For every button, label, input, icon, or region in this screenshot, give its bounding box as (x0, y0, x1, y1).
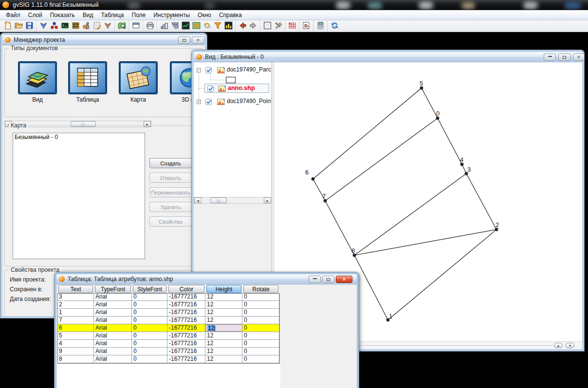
menu-Показать[interactable]: Показать (46, 11, 79, 19)
table-cell[interactable]: 12 (205, 324, 242, 332)
table-cell[interactable]: 0 (242, 332, 279, 339)
scroll-left-icon[interactable]: ◀ (194, 197, 202, 203)
table-cell[interactable]: 0 (242, 301, 279, 308)
toolbar-zoom-map[interactable] (116, 21, 127, 32)
toolbar-navigation-forward[interactable] (248, 21, 258, 32)
table-cell[interactable]: -16777216 (167, 324, 205, 332)
table-cell[interactable]: 0 (242, 355, 279, 363)
table-cell[interactable]: 0 (132, 332, 167, 339)
minimize-button[interactable] (309, 276, 321, 283)
action-button-1[interactable]: Создать (149, 158, 192, 168)
table-row-6[interactable]: 6Arial0-16777216120 (57, 324, 279, 332)
table-cell[interactable]: 12 (205, 317, 242, 324)
table-cell[interactable]: 12 (205, 348, 242, 355)
table-row-3[interactable]: 3Arial0-16777216120 (57, 293, 279, 301)
toolbar-data-info[interactable]: D? (301, 21, 312, 32)
table-cell[interactable]: 0 (132, 348, 167, 355)
project-manager-titlebar[interactable]: Менеджер проекта × (2, 35, 205, 45)
toolbar-chart-line[interactable] (180, 21, 191, 32)
table-cell[interactable]: 1 (57, 309, 94, 316)
toolbar-attribute-table[interactable] (287, 21, 297, 32)
layer-tree-scrollbar[interactable]: ◀ ||| ▶ (194, 197, 272, 204)
scroll-thumb[interactable]: ||| (210, 197, 227, 203)
table-cell[interactable]: 6 (57, 324, 94, 332)
minimize-button[interactable] (544, 53, 556, 61)
attribute-table-titlebar[interactable]: Таблица: Таблица атрибутов: anno.shp × (56, 274, 357, 284)
table-cell[interactable]: 8 (57, 355, 94, 363)
table-cell[interactable]: 9 (57, 348, 94, 355)
table-cell[interactable]: -16777216 (167, 340, 205, 347)
toolbar-add-event-layer[interactable] (38, 21, 49, 32)
table-cell[interactable]: 7 (57, 317, 94, 324)
table-cell[interactable]: -16777216 (167, 301, 205, 308)
table-cell[interactable]: -16777216 (167, 355, 205, 363)
table-cell[interactable]: Arial (94, 348, 132, 355)
menu-Инструменты[interactable]: Инструменты (149, 11, 194, 19)
doc-type-table[interactable] (69, 62, 107, 94)
table-cell[interactable]: 0 (132, 293, 167, 300)
table-cell[interactable]: 12 (205, 332, 242, 339)
table-cell[interactable]: 0 (242, 340, 279, 347)
toolbar-calculator[interactable] (315, 21, 326, 32)
table-cell[interactable]: 0 (132, 324, 167, 332)
table-cell[interactable]: Arial (94, 324, 132, 332)
table-cell[interactable]: 4 (57, 340, 94, 347)
table-row-4[interactable]: 4Arial0-16777216120 (57, 340, 279, 348)
toolbar-sync[interactable] (329, 21, 340, 32)
menu-Слой[interactable]: Слой (24, 11, 46, 19)
table-cell[interactable]: 0 (132, 301, 167, 308)
document-list[interactable]: Безымянный - 0 (13, 133, 145, 259)
toolbar-new-document[interactable] (2, 21, 13, 32)
layer-item-doc197490_Point[interactable]: doc197490_Point (227, 98, 272, 105)
toolbar-locator-map[interactable] (191, 21, 202, 32)
table-cell[interactable]: -16777216 (167, 309, 205, 316)
doc-type-view[interactable] (18, 62, 56, 94)
toolbar-raster-selection[interactable] (262, 21, 273, 32)
toolbar-scripting[interactable] (102, 21, 113, 32)
table-cell[interactable]: 12 (205, 309, 242, 316)
table-cell[interactable]: Arial (94, 293, 132, 300)
toolbar-new-window[interactable] (130, 21, 141, 32)
table-cell[interactable]: Arial (94, 332, 132, 339)
menu-Файл[interactable]: Файл (2, 11, 24, 19)
table-row-5[interactable]: 5Arial0-16777216120 (57, 332, 279, 340)
table-cell[interactable]: Arial (94, 309, 132, 316)
column-header-Color[interactable]: Color (168, 285, 204, 293)
table-cell[interactable]: Arial (94, 301, 132, 308)
table-cell[interactable]: -16777216 (167, 293, 205, 300)
toolbar-edit-annotation[interactable] (92, 21, 102, 32)
toolbar-chart-bars[interactable] (223, 21, 234, 32)
scroll-up-button[interactable]: ▲ (554, 343, 563, 348)
table-cell[interactable]: 3 (57, 293, 94, 300)
table-cell[interactable]: -16777216 (167, 317, 205, 324)
table-row-7[interactable]: 7Arial0-16777216120 (57, 317, 279, 324)
toolbar-save[interactable] (24, 21, 35, 32)
toolbar-catalog[interactable] (70, 21, 81, 32)
scroll-track[interactable]: ||| (202, 197, 264, 203)
table-cell[interactable]: 0 (132, 340, 167, 347)
layer-checkbox[interactable] (205, 67, 212, 73)
column-header-Height[interactable]: Height (206, 285, 241, 293)
menu-Окно[interactable]: Окно (194, 11, 215, 19)
close-button[interactable]: × (573, 53, 585, 61)
table-cell[interactable]: 0 (242, 317, 279, 324)
table-cell[interactable]: 0 (242, 348, 279, 355)
table-cell[interactable]: 12 (205, 293, 242, 300)
expand-icon[interactable]: + (197, 100, 201, 104)
table-cell[interactable]: Arial (94, 340, 132, 347)
table-row-2[interactable]: 2Arial0-16777216120 (57, 301, 279, 309)
table-cell[interactable]: 12 (205, 355, 242, 363)
restore-button[interactable] (178, 36, 190, 44)
table-cell[interactable]: 2 (57, 301, 94, 308)
toolbar-symbology[interactable] (81, 21, 92, 32)
column-header-TypeFont[interactable]: TypeFont (95, 285, 131, 293)
toolbar-print[interactable] (145, 21, 155, 32)
close-button[interactable]: × (336, 276, 352, 283)
toolbar-tools[interactable] (273, 21, 283, 32)
list-item[interactable]: Безымянный - 0 (13, 133, 145, 141)
table-cell[interactable]: 0 (242, 324, 279, 332)
table-cell[interactable]: 0 (242, 293, 279, 300)
menu-Поле[interactable]: Поле (128, 11, 150, 19)
layer-item-doc197490_Parce[interactable]: doc197490_Parce (227, 66, 272, 73)
menu-Таблица[interactable]: Таблица (97, 11, 128, 19)
